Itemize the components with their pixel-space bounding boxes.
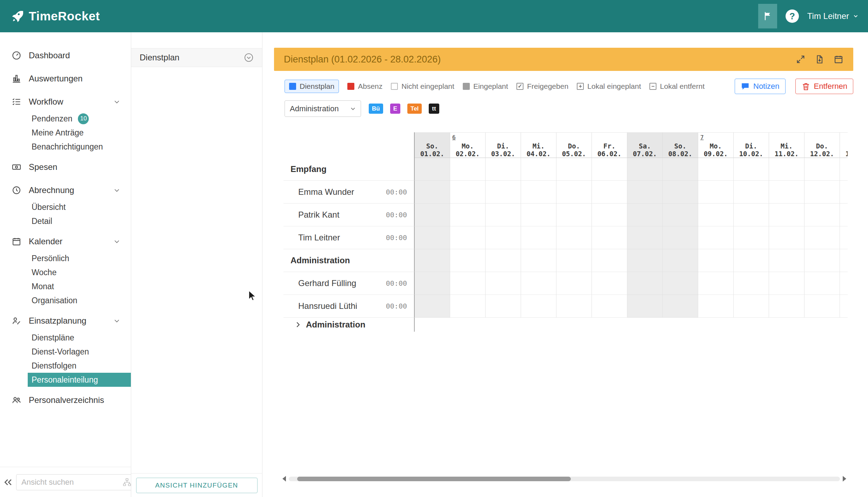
schedule-cell[interactable] xyxy=(486,158,521,181)
schedule-cell[interactable] xyxy=(556,204,592,226)
schedule-cell[interactable] xyxy=(521,158,556,181)
schedule-cell[interactable] xyxy=(521,295,556,318)
schedule-cell[interactable] xyxy=(663,272,698,295)
sidebar-item-meine-antraege[interactable]: Meine Anträge xyxy=(0,126,131,140)
schedule-cell[interactable] xyxy=(840,272,848,295)
schedule-cell[interactable] xyxy=(840,181,848,204)
schedule-cell[interactable] xyxy=(486,272,521,295)
schedule-cell[interactable] xyxy=(804,249,840,272)
sidebar-item-uebersicht[interactable]: Übersicht xyxy=(0,200,131,214)
schedule-cell[interactable] xyxy=(450,204,486,226)
schedule-cell[interactable] xyxy=(450,226,486,249)
collapse-sidebar-icon[interactable] xyxy=(3,477,13,488)
schedule-cell[interactable] xyxy=(592,249,627,272)
schedule-cell[interactable] xyxy=(415,249,450,272)
schedule-cell[interactable] xyxy=(734,249,769,272)
schedule-cell[interactable] xyxy=(804,158,840,181)
schedule-cell[interactable] xyxy=(663,249,698,272)
sidebar-item-abrechnung[interactable]: Abrechnung xyxy=(0,180,131,200)
schedule-cell[interactable] xyxy=(734,226,769,249)
schedule-cell[interactable] xyxy=(769,272,804,295)
scrollbar-thumb[interactable] xyxy=(297,477,571,481)
schedule-cell[interactable] xyxy=(734,295,769,318)
schedule-cell[interactable] xyxy=(521,249,556,272)
sidebar-item-dienstfolgen[interactable]: Dienstfolgen xyxy=(0,359,131,373)
schedule-cell[interactable] xyxy=(734,204,769,226)
shift-type-badge-bue[interactable]: Bü xyxy=(369,104,383,114)
sidebar-item-dienstplaene[interactable]: Dienstpläne xyxy=(0,331,131,345)
group-select[interactable]: Administration xyxy=(285,100,361,117)
schedule-cell[interactable] xyxy=(698,272,734,295)
schedule-cell[interactable] xyxy=(592,158,627,181)
schedule-cell[interactable] xyxy=(663,226,698,249)
schedule-cell[interactable] xyxy=(769,295,804,318)
schedule-cell[interactable] xyxy=(415,272,450,295)
horizontal-scrollbar[interactable] xyxy=(282,476,846,482)
schedule-cell[interactable] xyxy=(627,181,663,204)
sidebar-item-monat[interactable]: Monat xyxy=(0,279,131,293)
schedule-cell[interactable] xyxy=(627,249,663,272)
schedule-cell[interactable] xyxy=(698,295,734,318)
sidebar-item-woche[interactable]: Woche xyxy=(0,265,131,279)
schedule-cell[interactable] xyxy=(450,158,486,181)
schedule-cell[interactable] xyxy=(521,272,556,295)
day-header-do-05-02[interactable]: Do.05.02. xyxy=(556,132,592,158)
schedule-cell[interactable] xyxy=(556,158,592,181)
schedule-cell[interactable] xyxy=(627,272,663,295)
schedule-cell[interactable] xyxy=(840,249,848,272)
schedule-cell[interactable] xyxy=(450,272,486,295)
schedule-cell[interactable] xyxy=(486,181,521,204)
schedule-cell[interactable] xyxy=(592,226,627,249)
schedule-cell[interactable] xyxy=(769,158,804,181)
schedule-cell[interactable] xyxy=(486,295,521,318)
day-header-so-01-02[interactable]: So.01.02. xyxy=(415,132,450,158)
shift-type-badge-e[interactable]: E xyxy=(390,104,400,114)
legend-item-lokal-entfernt[interactable]: −Lokal entfernt xyxy=(649,80,705,93)
legend-item-absenz[interactable]: Absenz xyxy=(347,80,382,93)
add-view-button[interactable]: ANSICHT HINZUFÜGEN xyxy=(136,478,258,493)
day-header-di-03-02[interactable]: Di.03.02. xyxy=(486,132,521,158)
search-input[interactable] xyxy=(21,478,122,487)
schedule-cell[interactable] xyxy=(415,181,450,204)
sidebar-item-pendenzen[interactable]: Pendenzen10 xyxy=(0,112,131,126)
person-cell[interactable]: Gerhard Fülling00:00 xyxy=(283,272,415,295)
schedule-cell[interactable] xyxy=(627,158,663,181)
schedule-cell[interactable] xyxy=(521,226,556,249)
schedule-cell[interactable] xyxy=(804,181,840,204)
person-cell[interactable]: Hansruedi Lüthi00:00 xyxy=(283,295,415,318)
schedule-cell[interactable] xyxy=(698,226,734,249)
schedule-cell[interactable] xyxy=(592,204,627,226)
schedule-cell[interactable] xyxy=(556,272,592,295)
schedule-cell[interactable] xyxy=(663,204,698,226)
schedule-cell[interactable] xyxy=(804,295,840,318)
view-list-item-dienstplan[interactable]: Dienstplan xyxy=(131,48,262,67)
scroll-left-icon[interactable] xyxy=(282,476,286,482)
legend-item-lokal-eingeplant[interactable]: +Lokal eingeplant xyxy=(577,80,641,93)
schedule-cell[interactable] xyxy=(734,158,769,181)
footer-group-toggle[interactable]: Administration xyxy=(283,318,415,332)
scrollbar-track[interactable] xyxy=(289,477,840,481)
schedule-cell[interactable] xyxy=(698,249,734,272)
sidebar-item-organisation[interactable]: Organisation xyxy=(0,293,131,307)
flag-button[interactable] xyxy=(758,4,777,28)
schedule-cell[interactable] xyxy=(698,158,734,181)
schedule-cell[interactable] xyxy=(486,204,521,226)
scroll-right-icon[interactable] xyxy=(843,476,846,482)
sidebar-item-persoenlich[interactable]: Persönlich xyxy=(0,251,131,265)
schedule-cell[interactable] xyxy=(556,226,592,249)
sidebar-item-benachrichtigungen[interactable]: Benachrichtigungen xyxy=(0,140,131,154)
sidebar-item-detail[interactable]: Detail xyxy=(0,214,131,228)
schedule-cell[interactable] xyxy=(769,249,804,272)
export-icon[interactable] xyxy=(815,54,824,64)
schedule-cell[interactable] xyxy=(415,295,450,318)
schedule-cell[interactable] xyxy=(663,295,698,318)
schedule-cell[interactable] xyxy=(734,272,769,295)
schedule-cell[interactable] xyxy=(486,226,521,249)
sidebar-item-workflow[interactable]: Workflow xyxy=(0,92,131,112)
help-icon[interactable]: ? xyxy=(786,9,799,23)
day-header-mi-04-02[interactable]: Mi.04.02. xyxy=(521,132,556,158)
schedule-cell[interactable] xyxy=(734,181,769,204)
notes-button[interactable]: Notizen xyxy=(735,79,786,94)
schedule-cell[interactable] xyxy=(415,204,450,226)
schedule-cell[interactable] xyxy=(415,226,450,249)
